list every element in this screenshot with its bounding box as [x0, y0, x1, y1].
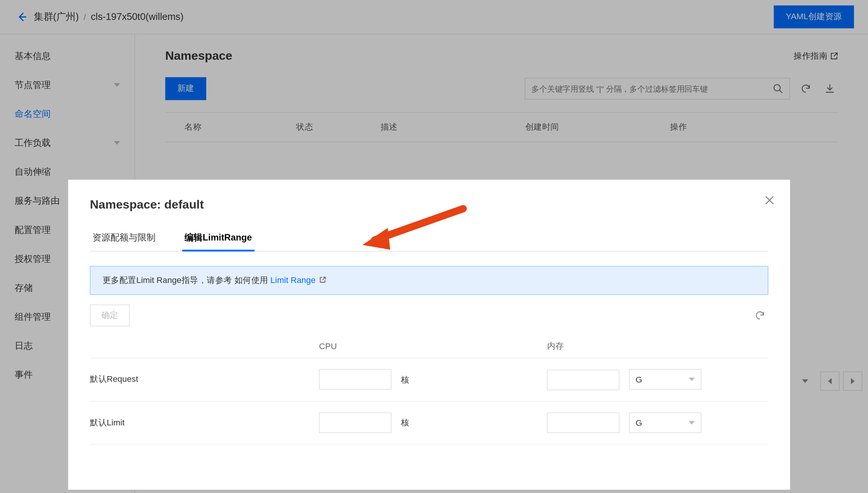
limit-mem-unit-select[interactable]: G: [629, 412, 702, 433]
request-mem-input[interactable]: [547, 369, 620, 390]
unit-core: 核: [401, 374, 409, 384]
row-default-request-label: 默认Request: [90, 358, 319, 401]
external-link-icon: [319, 276, 326, 283]
tab-limitrange[interactable]: 编辑LimitRange: [182, 226, 254, 251]
info-banner: 更多配置Limit Range指导，请参考 如何使用 Limit Range: [90, 266, 768, 295]
limitrange-table: CPU 内存 默认Request 核 G 默认Limit: [90, 335, 768, 445]
info-link-text: Limit Range: [271, 275, 316, 285]
refresh-icon: [755, 310, 765, 321]
unit-core: 核: [401, 417, 409, 427]
mem-unit-value: G: [635, 417, 642, 427]
confirm-button[interactable]: 确定: [90, 305, 130, 327]
col-memory: 内存: [547, 335, 768, 358]
limit-cpu-input[interactable]: [319, 412, 392, 433]
close-button[interactable]: [764, 194, 776, 206]
close-icon: [764, 194, 776, 206]
request-mem-unit-select[interactable]: G: [629, 369, 702, 390]
request-cpu-input[interactable]: [319, 369, 392, 390]
chevron-down-icon: [689, 420, 695, 424]
modal-refresh-button[interactable]: [752, 307, 768, 324]
limit-mem-input[interactable]: [547, 413, 620, 433]
limit-range-doc-link[interactable]: Limit Range: [271, 275, 327, 285]
limitrange-modal: Namespace: default 资源配额与限制 编辑LimitRange …: [68, 180, 790, 490]
mem-unit-value: G: [635, 375, 642, 384]
col-cpu: CPU: [319, 335, 547, 358]
modal-tabs: 资源配额与限制 编辑LimitRange: [90, 226, 768, 251]
chevron-down-icon: [689, 378, 695, 381]
row-default-limit-label: 默认Limit: [90, 401, 319, 444]
info-text: 更多配置Limit Range指导，请参考 如何使用: [103, 275, 268, 285]
tab-quota[interactable]: 资源配额与限制: [90, 226, 158, 251]
modal-title: Namespace: default: [90, 198, 768, 212]
